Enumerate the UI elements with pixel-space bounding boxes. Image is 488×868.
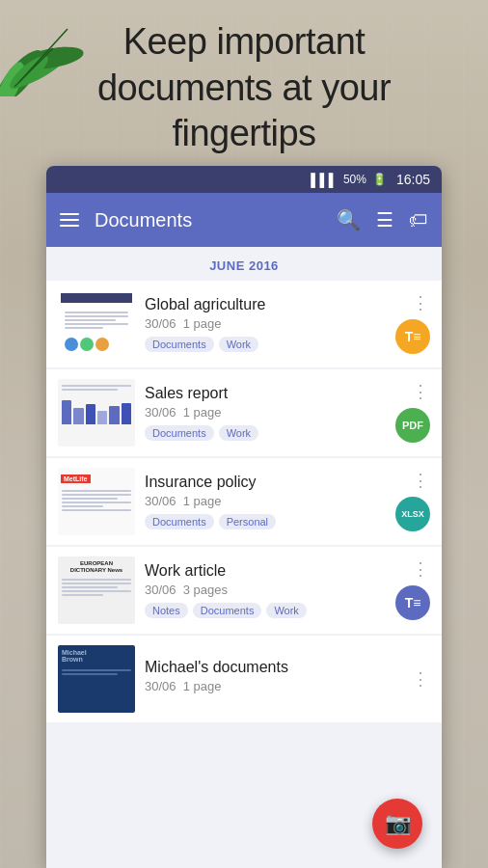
document-info: Michael's documents 30/06 1 page	[145, 659, 402, 699]
thumb-line	[65, 327, 103, 329]
thumb-line	[62, 389, 118, 391]
document-type-badge: T≡	[395, 319, 430, 354]
month-header: JUNE 2016	[46, 247, 442, 281]
plant-decoration	[0, 0, 116, 96]
camera-fab-button[interactable]: 📷	[372, 799, 422, 849]
chart-bar	[97, 411, 107, 424]
document-tags: Documents Work	[145, 425, 386, 441]
thumb-line	[62, 579, 131, 581]
more-options-icon[interactable]: ⋮	[412, 472, 430, 489]
thumb-line	[62, 385, 131, 387]
thumb-line	[62, 594, 103, 596]
tag-work[interactable]: Work	[266, 603, 306, 618]
menu-line	[60, 219, 79, 221]
camera-icon: 📷	[385, 811, 411, 836]
thumb-content	[58, 666, 135, 678]
document-thumbnail	[58, 290, 135, 358]
document-thumbnail: EUROPEANDICTIONARY News	[58, 556, 135, 624]
more-options-icon[interactable]: ⋮	[412, 294, 430, 312]
thumb-line	[62, 509, 131, 511]
thumb-line	[62, 502, 131, 503]
thumb-content	[58, 379, 135, 396]
tag-notes[interactable]: Notes	[145, 603, 188, 618]
tag-documents[interactable]: Documents	[145, 337, 214, 352]
document-actions: ⋮	[412, 670, 430, 688]
document-meta: 30/06 1 page	[145, 494, 386, 508]
thumb-content	[61, 306, 132, 335]
document-meta: 30/06 1 page	[145, 316, 386, 331]
list-item[interactable]: MetLife Insurance policy 30/06 1 page Do…	[46, 458, 442, 545]
hamburger-menu-icon[interactable]	[60, 213, 79, 227]
more-options-icon[interactable]: ⋮	[412, 383, 430, 400]
chart-bar	[122, 403, 131, 425]
clock: 16:05	[396, 172, 430, 187]
search-icon[interactable]: 🔍	[337, 208, 361, 231]
document-title: Work article	[145, 562, 386, 580]
document-title: Global agriculture	[145, 296, 386, 313]
thumb-chart	[58, 400, 135, 424]
document-type-badge: T≡	[395, 585, 430, 620]
thumb-line	[62, 673, 118, 675]
tag-work[interactable]: Work	[219, 425, 258, 441]
document-thumbnail: MetLife	[58, 468, 135, 535]
thumb-line	[62, 583, 131, 584]
thumb-content	[62, 576, 131, 599]
signal-icon: ▌▌▌	[311, 173, 338, 187]
tag-work[interactable]: Work	[219, 337, 258, 352]
document-tags: Notes Documents Work	[145, 603, 386, 618]
app-title: Documents	[95, 209, 325, 231]
more-options-icon[interactable]: ⋮	[412, 560, 430, 578]
document-list-container[interactable]: JUNE 2016 Global agricultur	[46, 247, 442, 868]
document-title: Sales report	[145, 385, 386, 402]
list-item[interactable]: Global agriculture 30/06 1 page Document…	[46, 281, 442, 367]
document-meta: 30/06 1 page	[145, 679, 402, 693]
tag-documents[interactable]: Documents	[145, 514, 214, 529]
document-meta: 30/06 1 page	[145, 405, 386, 420]
document-actions: ⋮ XLSX	[395, 472, 430, 531]
battery-icon: 🔋	[372, 173, 387, 186]
document-info: Work article 30/06 3 pages Notes Documen…	[145, 562, 386, 618]
tag-documents[interactable]: Documents	[193, 603, 262, 618]
tag-documents[interactable]: Documents	[145, 425, 214, 441]
label-filter-icon[interactable]: 🏷	[409, 209, 428, 231]
document-title: Michael's documents	[145, 659, 402, 676]
chart-bar	[86, 404, 95, 424]
document-actions: ⋮ T≡	[395, 294, 430, 354]
status-bar: ▌▌▌ 50% 🔋 16:05	[46, 166, 442, 193]
thumb-line	[62, 490, 131, 492]
metlife-logo: MetLife	[61, 475, 91, 483]
document-actions: ⋮ PDF	[395, 383, 430, 443]
document-info: Global agriculture 30/06 1 page Document…	[145, 296, 386, 352]
phone-frame: ▌▌▌ 50% 🔋 16:05 Documents 🔍 ☰ 🏷 JUNE 201…	[46, 166, 442, 868]
thumb-line	[65, 315, 128, 317]
thumb-line	[65, 319, 116, 321]
view-toggle-icon[interactable]: ☰	[376, 208, 393, 231]
list-item[interactable]: Sales report 30/06 1 page Documents Work…	[46, 369, 442, 456]
document-actions: ⋮ T≡	[395, 560, 430, 620]
thumb-globe-icons	[61, 338, 132, 351]
more-options-icon[interactable]: ⋮	[412, 670, 430, 688]
globe-icon	[95, 338, 109, 351]
chart-bar	[62, 400, 71, 424]
menu-line	[60, 213, 79, 215]
chart-bar	[109, 406, 119, 424]
app-bar: Documents 🔍 ☰ 🏷	[46, 193, 442, 247]
thumb-line	[65, 323, 128, 325]
globe-icon	[65, 338, 78, 351]
document-type-badge: PDF	[395, 408, 430, 443]
document-meta: 30/06 3 pages	[145, 583, 386, 597]
thumb-michael-text: MichaelBrown	[58, 645, 135, 666]
document-tags: Documents Personal	[145, 514, 386, 529]
menu-line	[60, 225, 79, 227]
document-thumbnail: MichaelBrown	[58, 645, 135, 713]
tag-personal[interactable]: Personal	[219, 514, 276, 529]
document-info: Sales report 30/06 1 page Documents Work	[145, 385, 386, 441]
list-item[interactable]: MichaelBrown Michael's documents 30/06 1…	[46, 636, 442, 722]
chart-bar	[73, 408, 83, 425]
thumb-line	[62, 498, 118, 500]
thumb-line	[65, 312, 128, 313]
list-item[interactable]: EUROPEANDICTIONARY News Work article 30/…	[46, 547, 442, 634]
document-info: Insurance policy 30/06 1 page Documents …	[145, 474, 386, 529]
thumb-line	[62, 669, 131, 671]
document-thumbnail	[58, 379, 135, 447]
